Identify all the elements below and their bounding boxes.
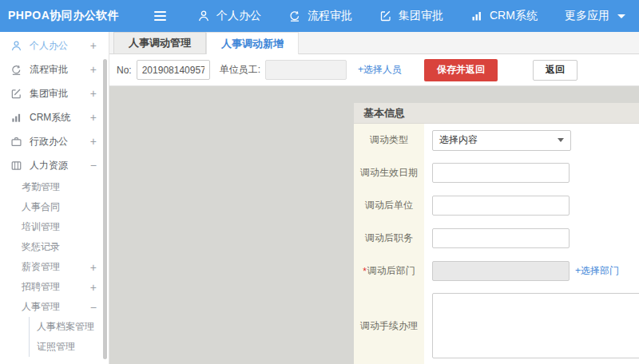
tab-transfer-new[interactable]: 人事调动新增	[206, 32, 299, 54]
collapse-toggle[interactable]: −	[90, 302, 97, 313]
top-header: PHPOA协同办公软件 个人办公 流程审批 集团审批 CRM系统	[0, 0, 639, 32]
sidebar-item-label: 人事管理	[22, 300, 60, 314]
sidebar-item-training[interactable]: 培训管理	[0, 217, 109, 237]
sidebar-item-label: 集团审批	[30, 87, 68, 101]
save-return-button[interactable]: 保存并返回	[424, 59, 498, 81]
sidebar: 个人办公 + 流程审批 + 集团审批 + CRM系统 + 行政办公 + 人力资源	[0, 32, 109, 364]
select-person-link[interactable]: +选择人员	[358, 63, 402, 77]
sidebar-item-personnel-mgmt[interactable]: 人事管理 −	[0, 297, 109, 317]
basic-info-panel: 基本信息 调动类型 选择内容 调动生效日期 调动后单位	[354, 103, 639, 364]
main-area: 人事调动管理 人事调动新增 No: 单位员工: +选择人员 保存并返回 返回 基…	[109, 32, 639, 364]
expand-toggle[interactable]: +	[90, 112, 97, 123]
collapse-toggle[interactable]: −	[90, 160, 97, 171]
sidebar-item-personal-office[interactable]: 个人办公 +	[0, 34, 109, 57]
sidebar-scrollbar[interactable]	[103, 59, 107, 359]
person-icon	[197, 10, 210, 22]
process-icon	[288, 10, 301, 22]
chart-icon	[470, 10, 483, 22]
form-row-transfer-type: 调动类型 选择内容	[354, 124, 639, 156]
sidebar-item-hr[interactable]: 人力资源 −	[0, 153, 109, 177]
sidebar-item-label: 人力资源	[30, 159, 68, 172]
form-row-procedures: 调动手续办理	[354, 287, 639, 364]
sidebar-item-label: 人事合同	[22, 200, 60, 214]
new-position-input[interactable]	[432, 228, 570, 248]
person-icon	[10, 39, 23, 52]
sidebar-item-label: 个人办公	[30, 39, 68, 53]
sidebar-item-label: 招聘管理	[22, 280, 60, 294]
new-department-input[interactable]	[432, 261, 570, 281]
tab-transfer-management[interactable]: 人事调动管理	[113, 32, 206, 53]
caret-down-icon	[617, 14, 625, 18]
caret-down-icon	[558, 138, 564, 142]
expand-toggle[interactable]: +	[90, 282, 97, 293]
sidebar-item-label: 奖惩记录	[22, 240, 60, 254]
sidebar-item-label: 流程审批	[30, 63, 68, 77]
expand-toggle[interactable]: +	[90, 262, 97, 273]
sidebar-item-personnel-files[interactable]: 人事档案管理	[30, 317, 109, 337]
sidebar-item-label: 行政办公	[30, 135, 68, 148]
briefcase-icon	[10, 135, 23, 148]
employee-label: 单位员工:	[220, 63, 260, 77]
form-toolbar: No: 单位员工: +选择人员 保存并返回 返回	[109, 54, 639, 86]
required-asterisk: *	[363, 266, 367, 277]
top-nav: 个人办公 流程审批 集团审批 CRM系统 更多应用	[184, 0, 639, 32]
sidebar-item-recruit[interactable]: 招聘管理 +	[0, 277, 109, 297]
transfer-type-select[interactable]: 选择内容	[432, 130, 571, 151]
select-value: 选择内容	[439, 133, 478, 147]
form-row-new-department: *调动后部门 +选择部门	[354, 255, 639, 287]
book-icon	[10, 159, 23, 172]
process-icon	[10, 63, 23, 76]
sidebar-item-salary[interactable]: 薪资管理 +	[0, 257, 109, 277]
expand-toggle[interactable]: +	[90, 40, 97, 51]
back-button[interactable]: 返回	[533, 60, 577, 81]
sidebar-item-label: 人事档案管理	[37, 320, 94, 334]
sidebar-item-certificates[interactable]: 证照管理	[30, 337, 109, 357]
sidebar-item-hr-contract[interactable]: 人事合同	[0, 197, 109, 217]
nav-label: 集团审批	[399, 9, 443, 23]
nav-label: CRM系统	[490, 9, 538, 23]
nav-personal-office[interactable]: 个人办公	[184, 0, 275, 32]
form-row-effective-date: 调动生效日期	[354, 156, 639, 189]
edit-icon	[379, 10, 392, 22]
nav-label: 更多应用	[565, 9, 609, 23]
sidebar-item-admin-office[interactable]: 行政办公 +	[0, 129, 109, 153]
sidebar-item-group-approval[interactable]: 集团审批 +	[0, 81, 109, 105]
new-unit-input[interactable]	[432, 196, 570, 216]
field-label: 调动手续办理	[354, 287, 424, 364]
nav-crm-system[interactable]: CRM系统	[457, 0, 551, 32]
form-row-new-unit: 调动后单位	[354, 189, 639, 222]
nav-process-approval[interactable]: 流程审批	[275, 0, 366, 32]
sidebar-item-attendance[interactable]: 考勤管理	[0, 177, 109, 197]
expand-toggle[interactable]: +	[90, 88, 97, 99]
nav-more-apps[interactable]: 更多应用	[551, 0, 639, 32]
section-title: 基本信息	[354, 103, 639, 124]
select-department-link[interactable]: +选择部门	[575, 264, 619, 278]
sidebar-subgroup: 人事档案管理 证照管理	[29, 317, 109, 357]
sidebar-item-process-approval[interactable]: 流程审批 +	[0, 57, 109, 81]
nav-label: 个人办公	[216, 9, 261, 23]
sidebar-item-rewards[interactable]: 奖惩记录	[0, 237, 109, 257]
nav-group-approval[interactable]: 集团审批	[366, 0, 457, 32]
sidebar-item-label: 培训管理	[22, 220, 60, 234]
employee-input[interactable]	[265, 60, 347, 80]
sidebar-item-label: 证照管理	[37, 340, 75, 354]
procedures-textarea[interactable]	[432, 293, 639, 358]
effective-date-input[interactable]	[432, 163, 570, 183]
nav-label: 流程审批	[308, 9, 352, 23]
expand-toggle[interactable]: +	[90, 136, 97, 147]
sidebar-item-label: 考勤管理	[22, 180, 60, 194]
sidebar-item-crm[interactable]: CRM系统 +	[0, 105, 109, 129]
field-label: *调动后部门	[354, 255, 424, 287]
content-area: 基本信息 调动类型 选择内容 调动生效日期 调动后单位	[109, 86, 639, 364]
no-input[interactable]	[137, 60, 210, 80]
sidebar-item-label: CRM系统	[30, 111, 70, 125]
chart-icon	[10, 111, 23, 124]
field-label: 调动生效日期	[354, 156, 424, 189]
field-label: 调动类型	[354, 124, 424, 156]
form-row-new-position: 调动后职务	[354, 222, 639, 255]
expand-toggle[interactable]: +	[90, 64, 97, 75]
hamburger-menu-icon[interactable]	[154, 11, 166, 21]
field-label: 调动后职务	[354, 222, 424, 255]
edit-icon	[10, 87, 23, 100]
sidebar-item-label: 薪资管理	[22, 260, 60, 274]
